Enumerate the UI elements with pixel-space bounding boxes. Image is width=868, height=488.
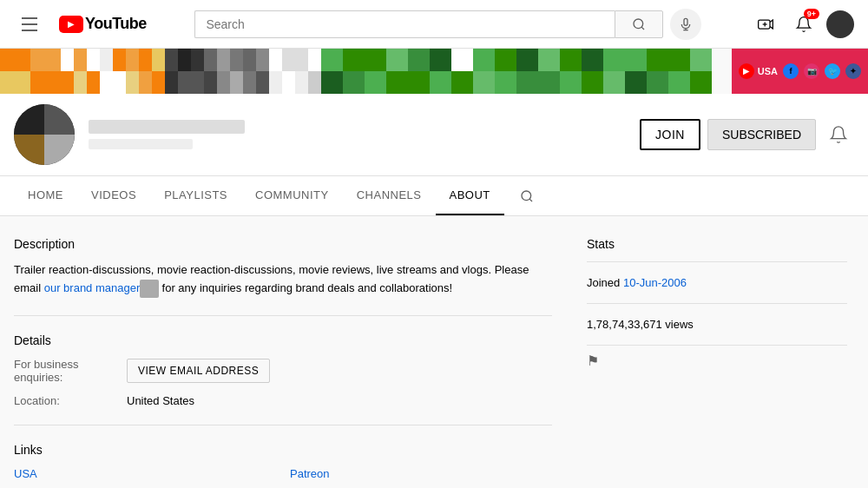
banner-green3 <box>408 49 451 94</box>
banner-green8 <box>625 49 668 94</box>
social-usa: ▶ USA <box>739 63 778 79</box>
banner-green <box>321 49 365 94</box>
tab-home[interactable]: HOME <box>14 176 77 215</box>
link-patreon[interactable]: Patreon <box>290 467 552 480</box>
views-stat: 1,78,74,33,671 views <box>587 311 847 338</box>
flag-button[interactable]: ⚑ <box>587 353 847 369</box>
banner-white <box>87 49 113 94</box>
search-button[interactable] <box>615 10 663 38</box>
location-label: Location: <box>14 394 127 407</box>
banner-orange2 <box>61 49 87 94</box>
stats-title: Stats <box>587 237 847 251</box>
business-label: For business enquiries: <box>14 358 127 384</box>
channel-banner: ▶ USA f 📷 🐦 ✦ <box>0 49 868 94</box>
avatar-cell-4 <box>44 135 75 165</box>
svg-point-8 <box>522 191 531 201</box>
channel-sub-blurred <box>89 139 193 149</box>
banner-green2 <box>365 49 408 94</box>
bell-outline-icon <box>829 125 848 144</box>
banner-black <box>165 49 191 94</box>
join-button[interactable]: JOIN <box>640 119 700 150</box>
bell-button[interactable] <box>823 119 854 150</box>
search-form <box>194 10 663 38</box>
links-grid: USA Patreon Instagram Twitter Facebook <box>14 467 552 488</box>
notification-area: 9+ <box>788 9 819 40</box>
tab-about[interactable]: ABOUT <box>436 176 504 215</box>
youtube-logo[interactable]: YouTube <box>59 15 147 33</box>
email-row: For business enquiries: VIEW EMAIL ADDRE… <box>14 358 552 384</box>
banner-green9 <box>668 49 712 94</box>
channel-meta <box>89 120 640 149</box>
brand-manager-link[interactable]: our brand manager <box>44 281 141 294</box>
avatar-cell-3 <box>14 135 44 165</box>
banner-white3 <box>295 49 321 94</box>
banner-social-bar: ▶ USA f 📷 🐦 ✦ <box>732 49 868 94</box>
view-email-button[interactable]: VIEW EMAIL ADDRESS <box>127 359 270 383</box>
search-area <box>147 9 750 40</box>
stats-section: Stats Joined 10-Jun-2006 1,78,74,33,671 … <box>587 237 847 369</box>
avatar-mosaic <box>14 104 75 165</box>
tab-search-button[interactable] <box>511 181 542 212</box>
description-text: Trailer reaction-discussions, movie reac… <box>14 261 552 298</box>
banner-green7 <box>582 49 625 94</box>
location-value: United States <box>127 394 194 407</box>
extra-social-icon: ✦ <box>845 63 861 79</box>
add-video-icon <box>757 16 774 33</box>
joined-stat: Joined 10-Jun-2006 <box>587 269 847 296</box>
banner-orange3 <box>113 49 139 94</box>
svg-line-1 <box>642 27 645 30</box>
banner-orange4 <box>139 49 165 94</box>
hamburger-button[interactable] <box>14 9 45 40</box>
user-avatar-button[interactable] <box>826 10 854 38</box>
link-usa[interactable]: USA <box>14 467 276 480</box>
banner-green6 <box>538 49 582 94</box>
details-title: Details <box>14 333 552 347</box>
content-left: Description Trailer reaction-discussions… <box>14 237 552 488</box>
hamburger-icon <box>15 10 44 38</box>
banner-gray <box>191 49 217 94</box>
stats-divider-1 <box>587 261 847 262</box>
nav-right: 9+ <box>750 9 854 40</box>
channel-tabs: HOME VIDEOS PLAYLISTS COMMUNITY CHANNELS… <box>0 176 868 216</box>
main-content: Description Trailer reaction-discussions… <box>0 216 868 488</box>
joined-date-link[interactable]: 10-Jun-2006 <box>623 276 687 289</box>
details-section: Details For business enquiries: VIEW EMA… <box>14 333 552 407</box>
banner-white2 <box>269 49 295 94</box>
channel-name-blurred <box>89 120 245 134</box>
banner-gray2 <box>217 49 243 94</box>
description-title: Description <box>14 237 552 251</box>
tab-channels[interactable]: CHANNELS <box>343 176 436 215</box>
subscribed-button[interactable]: SUBSCRIBED <box>707 119 816 150</box>
channel-avatar <box>14 104 75 165</box>
stats-divider-2 <box>587 303 847 304</box>
facebook-social-icon: f <box>783 63 799 79</box>
content-right: Stats Joined 10-Jun-2006 1,78,74,33,671 … <box>587 237 847 488</box>
youtube-icon <box>59 16 83 33</box>
notification-badge: 9+ <box>804 9 819 19</box>
svg-rect-2 <box>684 18 687 25</box>
youtube-wordmark: YouTube <box>85 15 147 33</box>
twitter-social-icon: 🐦 <box>825 63 840 79</box>
banner-gray3 <box>243 49 269 94</box>
divider-1 <box>14 315 552 316</box>
instagram-social-icon: 📷 <box>804 63 819 79</box>
banner-green5 <box>495 49 538 94</box>
location-row: Location: United States <box>14 394 552 407</box>
nav-left: YouTube <box>14 9 147 40</box>
banner-orange <box>0 49 61 94</box>
search-input[interactable] <box>194 10 615 38</box>
links-title: Links <box>14 443 552 457</box>
tab-videos[interactable]: VIDEOS <box>77 176 150 215</box>
channel-actions: JOIN SUBSCRIBED <box>640 119 854 150</box>
top-navigation: YouTube <box>0 0 868 49</box>
banner-green4 <box>451 49 495 94</box>
tab-community[interactable]: COMMUNITY <box>241 176 343 215</box>
avatar-cell-1 <box>14 104 44 135</box>
svg-line-9 <box>529 199 532 201</box>
tab-playlists[interactable]: PLAYLISTS <box>150 176 241 215</box>
youtube-social-icon: ▶ <box>739 63 754 79</box>
description-section: Description Trailer reaction-discussions… <box>14 237 552 298</box>
add-video-button[interactable] <box>750 9 781 40</box>
blurred-email <box>140 280 159 298</box>
mic-button[interactable] <box>670 9 701 40</box>
